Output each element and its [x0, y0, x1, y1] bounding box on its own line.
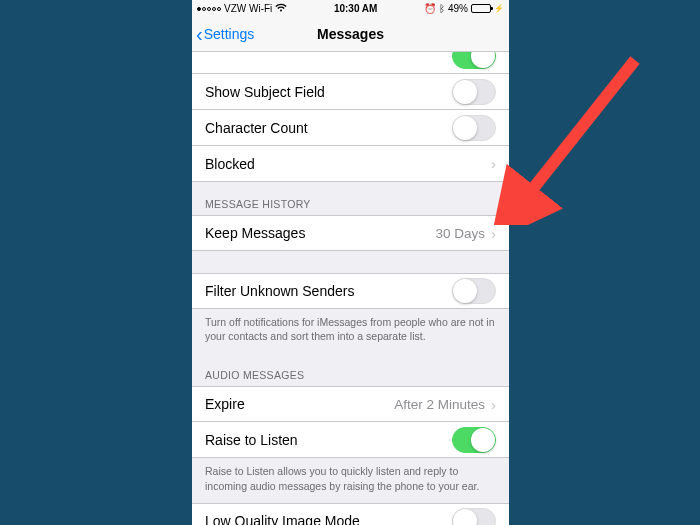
- back-label: Settings: [204, 26, 255, 42]
- toggle-group-messaging[interactable]: [452, 52, 496, 69]
- chevron-right-icon: ›: [491, 396, 496, 413]
- alarm-icon: ⏰: [424, 3, 436, 14]
- section-audio-messages: AUDIO MESSAGES: [192, 353, 509, 386]
- back-button[interactable]: ‹ Settings: [192, 24, 254, 44]
- row-expire[interactable]: Expire After 2 Minutes ›: [192, 386, 509, 422]
- carrier-label: VZW Wi-Fi: [224, 3, 272, 14]
- settings-content[interactable]: Group Messaging Show Subject Field Chara…: [192, 52, 509, 525]
- row-low-quality[interactable]: Low Quality Image Mode: [192, 503, 509, 525]
- row-label: Show Subject Field: [205, 84, 325, 100]
- row-value: After 2 Minutes: [394, 397, 485, 412]
- row-raise-to-listen[interactable]: Raise to Listen: [192, 422, 509, 458]
- row-label: Filter Unknown Senders: [205, 283, 354, 299]
- status-right: ⏰ ᛒ 49% ⚡: [424, 3, 504, 14]
- footer-filter-unknown: Turn off notifications for iMessages fro…: [192, 309, 509, 353]
- toggle-character-count[interactable]: [452, 115, 496, 141]
- footer-raise-to-listen: Raise to Listen allows you to quickly li…: [192, 458, 509, 502]
- battery-pct: 49%: [448, 3, 468, 14]
- row-label: Expire: [205, 396, 245, 412]
- row-label: Blocked: [205, 156, 255, 172]
- toggle-filter-unknown[interactable]: [452, 278, 496, 304]
- toggle-show-subject[interactable]: [452, 79, 496, 105]
- row-group-messaging[interactable]: Group Messaging: [192, 52, 509, 74]
- row-character-count[interactable]: Character Count: [192, 110, 509, 146]
- svg-line-0: [520, 60, 635, 205]
- row-keep-messages[interactable]: Keep Messages 30 Days ›: [192, 215, 509, 251]
- row-blocked[interactable]: Blocked ›: [192, 146, 509, 182]
- spacer: [192, 251, 509, 273]
- toggle-raise-to-listen[interactable]: [452, 427, 496, 453]
- bluetooth-icon: ᛒ: [439, 3, 445, 14]
- row-filter-unknown[interactable]: Filter Unknown Senders: [192, 273, 509, 309]
- row-label: Character Count: [205, 120, 308, 136]
- signal-dots: [197, 7, 221, 11]
- wifi-icon: [275, 3, 287, 14]
- battery-icon: [471, 4, 491, 13]
- status-bar: VZW Wi-Fi 10:30 AM ⏰ ᛒ 49% ⚡: [192, 0, 509, 17]
- charging-icon: ⚡: [494, 4, 504, 13]
- phone-screen: VZW Wi-Fi 10:30 AM ⏰ ᛒ 49% ⚡ ‹ Settings …: [192, 0, 509, 525]
- row-label: Raise to Listen: [205, 432, 298, 448]
- toggle-low-quality[interactable]: [452, 508, 496, 525]
- annotation-arrow: [490, 55, 640, 225]
- row-value: 30 Days: [435, 226, 485, 241]
- chevron-right-icon: ›: [491, 225, 496, 242]
- nav-bar: ‹ Settings Messages: [192, 17, 509, 52]
- chevron-right-icon: ›: [491, 155, 496, 172]
- section-message-history: MESSAGE HISTORY: [192, 182, 509, 215]
- row-label: Low Quality Image Mode: [205, 513, 360, 525]
- chevron-left-icon: ‹: [196, 24, 203, 44]
- row-show-subject[interactable]: Show Subject Field: [192, 74, 509, 110]
- status-left: VZW Wi-Fi: [197, 3, 287, 14]
- row-label: Keep Messages: [205, 225, 305, 241]
- status-time: 10:30 AM: [334, 3, 378, 14]
